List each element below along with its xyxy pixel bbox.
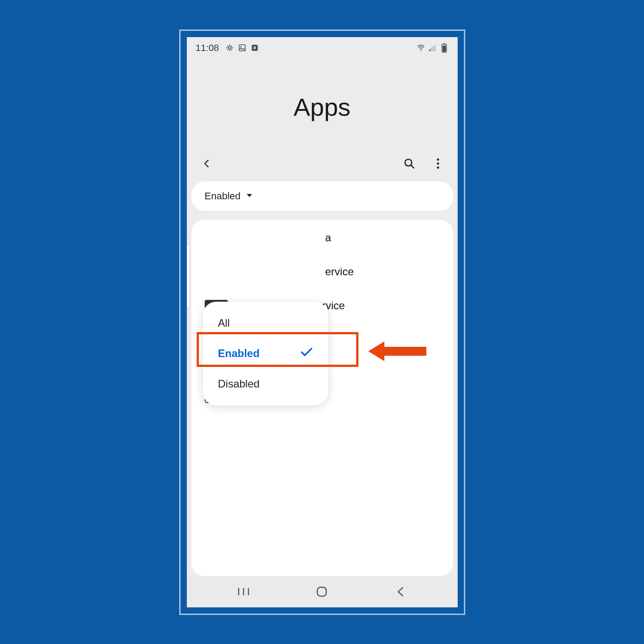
svg-point-1 (240, 46, 242, 47)
app-name-fragment: a (325, 232, 331, 244)
status-right (417, 43, 449, 52)
status-left: 11:08 (196, 42, 260, 53)
toolbar-right (403, 157, 444, 170)
system-nav-bar (187, 576, 458, 607)
page-title: Apps (196, 93, 449, 122)
app-row[interactable]: a (191, 223, 453, 252)
home-button[interactable] (313, 583, 331, 601)
filter-option-label: All (218, 317, 230, 329)
svg-rect-35 (317, 587, 326, 596)
check-icon (300, 347, 313, 360)
clock: 11:08 (196, 42, 219, 53)
back-button[interactable] (200, 157, 213, 170)
svg-rect-10 (442, 46, 446, 52)
caret-down-icon (246, 192, 253, 200)
recent-apps-button[interactable] (235, 583, 253, 601)
svg-rect-6 (433, 46, 434, 51)
header: Apps (187, 57, 458, 148)
filter-dropdown-trigger[interactable]: Enabled (191, 181, 453, 211)
app-name-fragment: ervice (325, 265, 354, 278)
filter-option-disabled[interactable]: Disabled (203, 369, 328, 399)
wifi-icon (417, 43, 425, 52)
search-button[interactable] (403, 157, 416, 170)
svg-point-12 (437, 158, 439, 160)
svg-rect-7 (434, 45, 435, 51)
image-icon (238, 43, 247, 52)
svg-point-13 (437, 162, 439, 164)
svg-rect-4 (429, 49, 430, 51)
close-box-icon (250, 43, 259, 52)
pinwheel-icon (225, 43, 234, 52)
battery-icon (440, 43, 449, 52)
scroll-handle[interactable] (187, 245, 189, 308)
filter-selected-label: Enabled (205, 190, 241, 202)
filter-dropdown-menu: All Enabled Disabled (203, 302, 328, 405)
signal-icon (428, 43, 437, 52)
phone-screen: 11:08 (187, 37, 458, 607)
svg-rect-9 (443, 43, 445, 44)
filter-option-label: Enabled (218, 347, 260, 360)
app-row[interactable]: ervice (191, 252, 453, 291)
filter-option-all[interactable]: All (203, 308, 328, 338)
filter-option-label: Disabled (218, 378, 260, 390)
toolbar (187, 148, 458, 181)
status-bar: 11:08 (187, 37, 458, 57)
svg-point-3 (420, 50, 421, 51)
filter-option-enabled[interactable]: Enabled (203, 338, 328, 369)
outer-frame: 11:08 (179, 29, 465, 615)
more-menu-button[interactable] (432, 157, 444, 170)
svg-point-14 (437, 166, 439, 168)
svg-rect-5 (431, 48, 432, 51)
back-nav-button[interactable] (391, 583, 409, 601)
